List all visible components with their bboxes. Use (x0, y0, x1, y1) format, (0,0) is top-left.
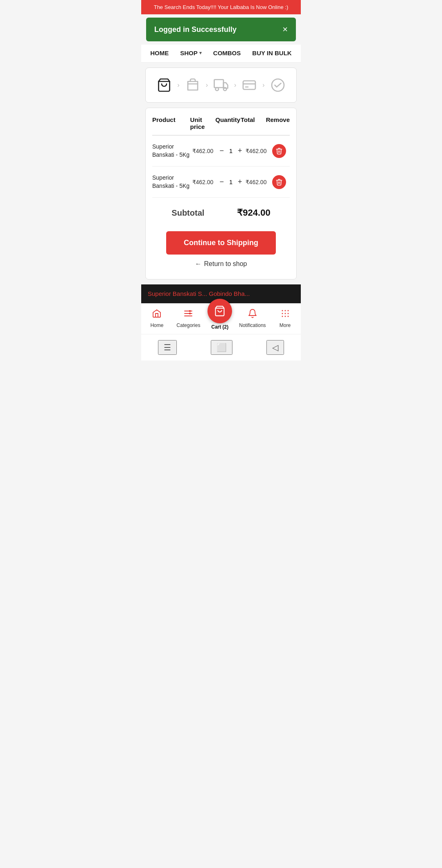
nav-tab-notifications[interactable]: Notifications (239, 309, 266, 328)
svg-rect-5 (243, 81, 255, 90)
svg-point-22 (284, 316, 286, 317)
qty-value-1: 1 (227, 147, 235, 154)
svg-point-8 (272, 79, 284, 91)
subtotal-label: Subtotal (171, 208, 204, 218)
svg-point-4 (223, 88, 227, 91)
cart-fab-button[interactable] (207, 299, 232, 323)
col-product: Product (152, 116, 190, 130)
nav-shop[interactable]: SHOP ▾ (180, 50, 202, 56)
unit-price-2: ₹462.00 (192, 179, 219, 185)
home-icon (152, 309, 162, 321)
step-arrow-1: › (177, 81, 179, 89)
step-payment-icon (239, 75, 259, 95)
col-remove: Remove (266, 116, 290, 130)
svg-point-16 (284, 310, 286, 311)
step-address-icon (183, 75, 203, 95)
bottom-nav: Home Categories Cart (2) (141, 303, 301, 334)
subtotal-row: Subtotal ₹924.00 (152, 198, 290, 225)
subtotal-value: ₹924.00 (237, 207, 270, 218)
remove-button-2[interactable] (272, 175, 286, 189)
product-name-1: Superior Banskati - 5Kg (152, 143, 192, 159)
svg-point-17 (287, 310, 289, 311)
nav-tab-cart[interactable]: Cart (2) (207, 307, 232, 330)
toast-message: Logged in Successfully (154, 25, 237, 34)
trash-icon (275, 178, 283, 186)
qty-increase-2[interactable]: + (237, 178, 243, 186)
nav-tab-categories-label: Categories (176, 322, 200, 328)
cart-fab-icon (214, 305, 226, 317)
bell-icon (248, 309, 257, 321)
product-name-2: Superior Banskati - 5Kg (152, 174, 192, 190)
unit-price-1: ₹462.00 (192, 148, 219, 154)
col-total: Total (241, 116, 266, 130)
svg-point-18 (282, 313, 283, 314)
qty-control-2: − 1 + (219, 178, 246, 186)
android-back-button[interactable]: ◁ (266, 340, 284, 355)
col-quantity: Quantity (215, 116, 241, 130)
grid-icon (280, 309, 290, 321)
step-confirm-icon (268, 75, 288, 95)
login-toast: Logged in Successfully × (146, 18, 296, 41)
nav-menu: HOME SHOP ▾ COMBOS BUY IN BULK (141, 45, 301, 63)
nav-tab-home-label: Home (150, 322, 163, 328)
android-home-button[interactable]: ⬜ (211, 340, 232, 355)
nav-tab-categories[interactable]: Categories (176, 309, 201, 328)
remove-button-1[interactable] (272, 144, 286, 158)
table-row: Superior Banskati - 5Kg ₹462.00 − 1 + ₹4… (152, 167, 290, 198)
svg-point-3 (216, 88, 219, 91)
categories-icon (183, 309, 193, 321)
step-arrow-4: › (262, 81, 264, 89)
svg-point-19 (284, 313, 286, 314)
step-arrow-2: › (206, 81, 208, 89)
nav-tab-more-label: More (280, 322, 291, 328)
return-to-shop-link[interactable]: ← Return to shop (152, 260, 290, 268)
nav-tab-notifications-label: Notifications (239, 322, 266, 328)
android-nav-bar: ☰ ⬜ ◁ (141, 334, 301, 361)
trash-icon (275, 147, 283, 155)
top-banner: The Search Ends Today!!!! Your Lalbaba I… (141, 0, 301, 14)
qty-increase-1[interactable]: + (237, 147, 243, 155)
svg-rect-12 (189, 310, 191, 312)
cart-container: Product Unit price Quantity Total Remove… (145, 108, 297, 280)
svg-rect-13 (189, 313, 191, 314)
step-cart-icon (154, 75, 174, 95)
nav-tab-home[interactable]: Home (144, 309, 169, 328)
checkout-steps: › › › › (145, 68, 297, 103)
qty-decrease-1[interactable]: − (219, 147, 225, 155)
svg-point-15 (282, 310, 283, 311)
nav-tab-more[interactable]: More (273, 309, 298, 328)
table-row: Superior Banskati - 5Kg ₹462.00 − 1 + ₹4… (152, 135, 290, 167)
col-unit-price: Unit price (190, 116, 216, 130)
banner-text: The Search Ends Today!!!! Your Lalbaba I… (154, 4, 289, 10)
back-arrow-icon: ← (195, 260, 202, 268)
nav-home[interactable]: HOME (150, 50, 169, 56)
nav-buy-in-bulk[interactable]: BUY IN BULK (252, 50, 291, 56)
cart-table-header: Product Unit price Quantity Total Remove (152, 116, 290, 135)
svg-point-21 (282, 316, 283, 317)
svg-point-23 (287, 316, 289, 317)
qty-control-1: − 1 + (219, 147, 246, 155)
qty-decrease-2[interactable]: − (219, 178, 225, 186)
step-shipping-icon (211, 75, 231, 95)
row-total-2: ₹462.00 (246, 179, 272, 185)
qty-value-2: 1 (227, 178, 235, 185)
continue-to-shipping-button[interactable]: Continue to Shipping (166, 231, 276, 255)
svg-rect-2 (214, 80, 224, 88)
step-arrow-3: › (234, 81, 236, 89)
product-preview-text: Superior Banskati S... Gobindo Bha... (148, 290, 250, 297)
nav-combos[interactable]: COMBOS (213, 50, 241, 56)
chevron-down-icon: ▾ (199, 50, 202, 56)
toast-close-button[interactable]: × (282, 25, 288, 34)
svg-point-20 (287, 313, 289, 314)
android-menu-button[interactable]: ☰ (158, 340, 177, 355)
nav-tab-cart-label: Cart (2) (211, 324, 228, 330)
row-total-1: ₹462.00 (246, 148, 272, 154)
